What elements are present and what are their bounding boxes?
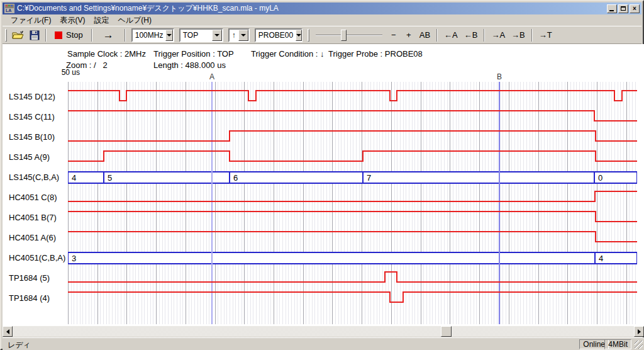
menu-settings[interactable]: 設定 [89,14,113,26]
zoom-out-button[interactable]: − [386,28,401,43]
menu-help[interactable]: ヘルプ(H) [113,14,156,26]
minimize-icon [609,10,614,11]
toolbar-separator [45,29,47,42]
bus-value: 4 [72,173,76,183]
signal-path [68,131,637,141]
trigger-edge-combo[interactable]: ↑ [228,28,250,42]
trigger-probe-value: PROBE00 [256,31,296,40]
open-file-button[interactable] [9,28,27,43]
waveform-svg: 4567034 [68,82,637,324]
combo-dropdown-button[interactable] [165,30,172,41]
trigger-probe-combo[interactable]: PROBE00 [255,28,303,42]
bus-value: 7 [367,173,371,183]
signal-path [68,272,637,282]
slider-track [316,35,382,36]
toolbar-separator [436,29,438,42]
sample-clock-value: 100MHz [133,31,166,40]
channel-label[interactable]: LS145 B(10) [9,132,67,142]
horizontal-scrollbar[interactable] [3,326,644,337]
move-a-left-button[interactable]: ←A [441,28,461,43]
toolbar-gripper[interactable] [5,29,7,42]
stop-button[interactable]: Stop [50,28,88,43]
signal-path [68,212,637,222]
move-a-right-button[interactable]: →A [488,28,508,43]
minimize-button[interactable] [607,4,617,13]
goto-trigger-button[interactable]: →T [536,28,555,43]
waveform-plot[interactable]: 4567034 [68,82,637,324]
info-trigger-condition: Trigger Condition : ↓ [251,49,325,59]
maximize-button[interactable] [618,4,628,13]
channel-label[interactable]: LS145 C(11) [9,112,67,122]
save-floppy-icon [30,30,40,40]
signal-path [68,111,637,121]
run-button[interactable]: → [96,28,121,43]
combo-dropdown-button[interactable] [238,30,248,41]
toolbar-separator [531,29,533,42]
channel-label[interactable]: LS145 A(9) [9,152,67,162]
chevron-down-icon [167,34,172,39]
info-sample-clock: Sample Clock : 2MHz [67,49,146,59]
signal-path [68,151,637,161]
info-trigger-probe: Trigger Probe : PROBE08 [328,49,423,59]
signal-path [68,191,637,201]
time-scale-label: 50 us [44,68,80,77]
close-icon: × [633,5,636,12]
channel-label[interactable]: TP1684 (4) [9,293,67,303]
menu-file[interactable]: ファイル(F) [6,14,55,26]
window-title: C:¥Documents and Settings¥noname¥デスクトップ¥… [17,3,607,14]
status-memory: 4MBit [604,339,631,349]
channel-label[interactable]: LS145 D(12) [9,92,67,102]
status-ready: レディ [8,340,31,350]
signal-path [68,232,637,242]
move-b-right-button[interactable]: →B [508,28,528,43]
close-button[interactable]: × [630,4,640,13]
toolbar-separator [91,29,92,42]
toolbar-separator [125,29,126,42]
trigger-edge-value: ↑ [230,31,238,40]
channel-label[interactable]: HC4051 B(7) [9,213,67,223]
scroll-left-button[interactable] [3,326,13,337]
combo-dropdown-button[interactable] [296,30,302,41]
titlebar[interactable]: LA C:¥Documents and Settings¥noname¥デスクト… [3,3,641,14]
toolbar-gripper[interactable] [308,29,309,42]
channel-label[interactable]: HC4051 C(8) [9,193,67,203]
bus-value: 4 [599,254,603,263]
sample-clock-combo[interactable]: 100MHz [131,28,174,42]
waveform-view: Sample Clock : 2MHz Trigger Position : T… [3,44,644,326]
trigger-position-combo[interactable]: TOP [179,28,223,42]
combo-dropdown-button[interactable] [212,30,222,41]
channel-label[interactable]: LS145(C,B,A) [9,172,67,183]
scrollbar-thumb[interactable] [441,326,452,337]
channel-label[interactable]: HC4051(C,B,A) [9,253,67,263]
app-icon[interactable]: LA [4,4,14,13]
cursor-label-b[interactable]: B [494,72,504,81]
move-b-left-button[interactable]: ←B [461,28,481,43]
info-trigger-position: Trigger Position : TOP [153,49,234,59]
toolbar: Stop → 100MHz TOP ↑ PROBE00 − + AB ←A [3,26,641,44]
maximize-icon [621,6,626,11]
zoom-slider[interactable] [316,28,382,43]
svg-text:LA: LA [6,8,11,13]
scroll-right-button[interactable] [634,326,644,337]
slider-thumb[interactable] [341,30,347,41]
trigger-position-value: TOP [180,31,212,40]
menu-view[interactable]: 表示(V) [55,14,89,26]
chevron-down-icon [241,34,246,39]
stop-icon [55,31,62,39]
cursor-label-a[interactable]: A [207,72,217,81]
triangle-right-icon [638,329,643,334]
bus-segment [104,172,230,183]
statusbar: レディ Online 4MBit [3,337,644,350]
channel-label[interactable]: HC4051 A(6) [9,233,67,243]
toolbar-separator [484,29,485,42]
open-folder-icon [12,30,25,40]
bus-value: 5 [108,173,112,183]
signal-path [68,91,637,101]
bus-value: 3 [72,254,76,263]
ab-button[interactable]: AB [416,28,433,43]
chevron-down-icon [296,34,301,39]
resize-grip-icon[interactable] [635,341,643,349]
channel-label[interactable]: TP1684 (5) [9,273,67,283]
save-button[interactable] [27,28,42,43]
zoom-in-button[interactable]: + [401,28,416,43]
